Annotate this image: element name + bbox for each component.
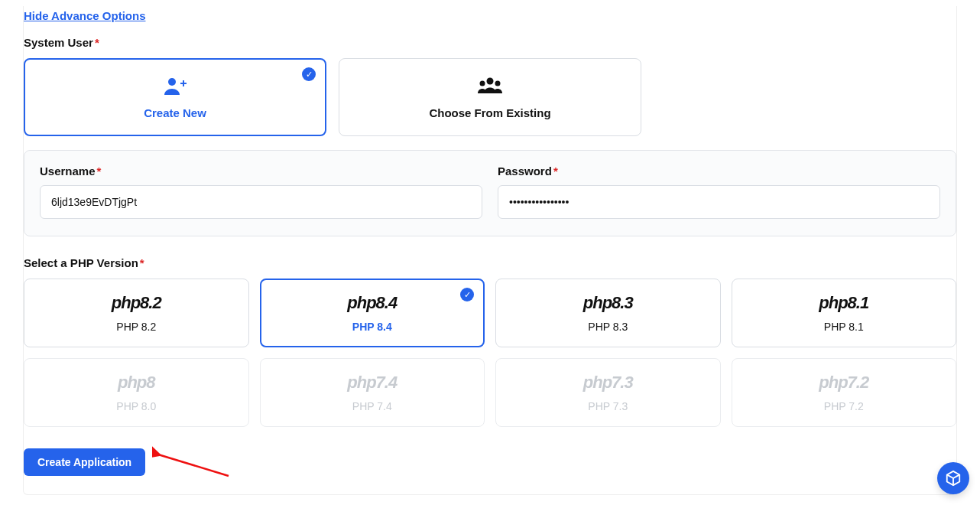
php-option-8-1[interactable]: php8.1 PHP 8.1 [732,279,957,347]
php-option-label: PHP 7.2 [824,400,864,412]
check-icon: ✓ [460,288,474,301]
required-asterisk: * [140,256,144,269]
required-asterisk: * [553,165,558,178]
php-option-label: PHP 8.3 [588,321,628,333]
option-create-new-label: Create New [144,106,206,119]
php-option-label: PHP 8.4 [352,321,392,333]
php-logo-icon: php8.3 [583,293,633,313]
php-option-7-2: php7.2 PHP 7.2 [732,358,957,427]
password-label-text: Password [498,165,552,178]
password-field-wrap: Password* [498,165,940,219]
password-label: Password* [498,165,940,178]
password-input[interactable] [498,185,940,219]
php-option-8-3[interactable]: php8.3 PHP 8.3 [495,279,721,347]
users-group-icon [475,76,505,96]
required-asterisk: * [97,165,102,178]
php-option-7-3: php7.3 PHP 7.3 [495,358,721,427]
svg-point-5 [495,80,501,86]
credentials-box: Username* Password* [24,150,956,236]
username-label: Username* [40,165,482,178]
toggle-advanced-link[interactable]: Hide Advance Options [24,9,145,22]
php-option-label: PHP 7.4 [352,400,392,412]
php-option-7-4: php7.4 PHP 7.4 [260,358,485,427]
php-version-grid: php8.2 PHP 8.2 ✓ php8.4 PHP 8.4 php8.3 P… [24,279,956,427]
user-plus-icon [162,76,188,96]
help-fab-button[interactable] [937,462,969,494]
php-option-label: PHP 8.0 [116,400,156,412]
svg-line-6 [158,454,229,476]
required-asterisk: * [95,36,99,49]
form-panel: Hide Advance Options System User* ✓ Crea… [23,6,957,495]
php-option-label: PHP 7.3 [588,400,628,412]
option-create-new[interactable]: ✓ Create New [24,58,326,136]
svg-rect-2 [183,80,184,86]
option-choose-existing-label: Choose From Existing [429,106,550,119]
php-logo-icon: php8.4 [347,293,397,313]
php-option-8-2[interactable]: php8.2 PHP 8.2 [24,279,249,347]
php-logo-icon: php8.2 [112,293,161,313]
php-logo-icon: php7.3 [583,373,633,393]
svg-point-4 [480,80,485,86]
php-option-8-0: php8 PHP 8.0 [24,358,249,427]
system-user-label: System User* [24,36,956,49]
check-icon: ✓ [302,67,316,81]
create-application-button[interactable]: Create Application [24,448,145,476]
option-choose-existing[interactable]: Choose From Existing [339,58,641,136]
svg-point-3 [487,77,494,84]
php-version-label-text: Select a PHP Version [24,256,138,269]
username-field-wrap: Username* [40,165,482,219]
php-logo-icon: php7.2 [819,373,868,393]
php-option-label: PHP 8.2 [116,321,156,333]
cube-icon [945,470,962,487]
svg-point-0 [168,78,176,86]
php-option-8-4[interactable]: ✓ php8.4 PHP 8.4 [260,279,485,347]
php-option-label: PHP 8.1 [824,321,864,333]
php-version-label: Select a PHP Version* [24,256,956,269]
username-label-text: Username [40,165,96,178]
username-input[interactable] [40,185,482,219]
annotation-arrow-icon [152,444,236,482]
system-user-label-text: System User [24,36,93,49]
php-logo-icon: php7.4 [347,373,397,393]
php-logo-icon: php8.1 [819,293,868,313]
system-user-options: ✓ Create New Choose From Existing [24,58,956,136]
php-logo-icon: php8 [118,373,155,393]
